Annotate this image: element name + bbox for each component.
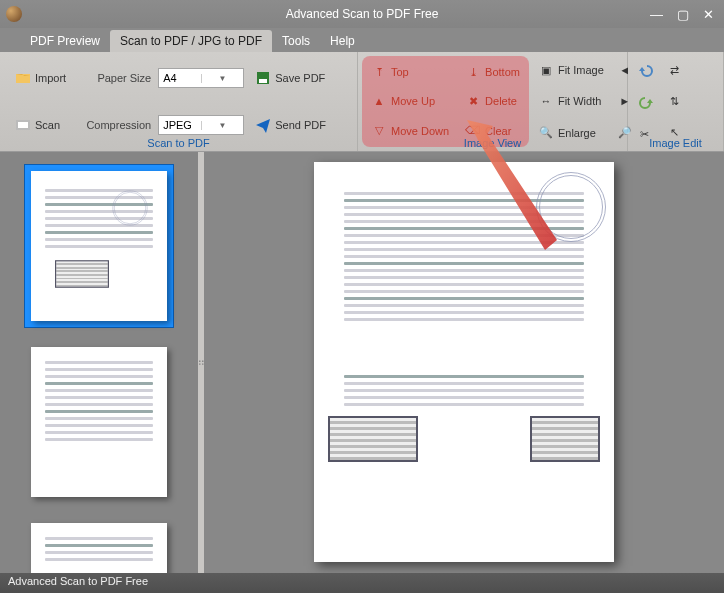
rotate-left-button[interactable] xyxy=(632,57,660,85)
title-bar: Advanced Scan to PDF Free — ▢ ✕ xyxy=(0,0,724,28)
tab-tools[interactable]: Tools xyxy=(272,30,320,52)
app-icon xyxy=(6,6,22,22)
paper-size-label: Paper Size xyxy=(77,72,155,84)
group-scan-to-pdf: Import Scan Paper Size A4▼ Compression J… xyxy=(0,52,358,151)
close-button[interactable]: ✕ xyxy=(703,7,714,22)
flip-h-icon: ⇄ xyxy=(666,62,682,78)
send-pdf-button[interactable]: Send PDF xyxy=(248,113,333,137)
save-icon xyxy=(255,70,271,86)
compression-combo[interactable]: JPEG▼ xyxy=(158,115,244,135)
flip-v-icon: ⇅ xyxy=(666,93,682,109)
group-image-edit: ✂ ⇄ ⇅ ↖ Image Edit xyxy=(628,52,724,151)
thumbnail-1[interactable] xyxy=(24,164,174,328)
fit-image-button[interactable]: ▣Fit Image xyxy=(531,58,611,82)
import-button[interactable]: Import xyxy=(8,66,73,90)
compression-label: Compression xyxy=(77,119,155,131)
menu-tabs: PDF Preview Scan to PDF / JPG to PDF Too… xyxy=(0,28,724,52)
preview-panel[interactable] xyxy=(204,152,724,573)
ribbon: Import Scan Paper Size A4▼ Compression J… xyxy=(0,52,724,152)
tab-pdf-preview[interactable]: PDF Preview xyxy=(20,30,110,52)
reorder-highlight: ⤒Top ▲Move Up ▽Move Down ⤓Bottom ✖Delete… xyxy=(362,56,529,147)
up-icon: ▲ xyxy=(371,93,387,109)
thumbnail-panel[interactable] xyxy=(0,152,198,573)
scan-button[interactable]: Scan xyxy=(8,113,73,137)
top-icon: ⤒ xyxy=(371,64,387,80)
scan-icon xyxy=(15,117,31,133)
svg-rect-0 xyxy=(16,74,30,83)
rotate-right-button[interactable] xyxy=(632,89,660,117)
minimize-button[interactable]: — xyxy=(650,7,663,22)
chevron-down-icon: ▼ xyxy=(201,121,244,130)
fit-width-button[interactable]: ↔Fit Width xyxy=(531,89,611,113)
flip-v-button[interactable]: ⇅ xyxy=(662,89,686,113)
top-button[interactable]: ⤒Top xyxy=(364,60,456,84)
tab-scan-to-pdf[interactable]: Scan to PDF / JPG to PDF xyxy=(110,30,272,52)
fit-width-icon: ↔ xyxy=(538,93,554,109)
status-bar: Advanced Scan to PDF Free xyxy=(0,573,724,593)
delete-button[interactable]: ✖Delete xyxy=(458,89,527,113)
save-pdf-button[interactable]: Save PDF xyxy=(248,66,333,90)
move-up-button[interactable]: ▲Move Up xyxy=(364,89,456,113)
group-edit-label: Image Edit xyxy=(628,137,723,149)
thumbnail-2[interactable] xyxy=(24,340,174,504)
fit-image-icon: ▣ xyxy=(538,62,554,78)
chevron-down-icon: ▼ xyxy=(201,74,244,83)
status-text: Advanced Scan to PDF Free xyxy=(8,575,148,587)
svg-rect-2 xyxy=(18,122,28,128)
group-scan-label: Scan to PDF xyxy=(0,137,357,149)
send-icon xyxy=(255,117,271,133)
flip-h-button[interactable]: ⇄ xyxy=(662,58,686,82)
delete-icon: ✖ xyxy=(465,93,481,109)
content-area xyxy=(0,152,724,573)
paper-size-combo[interactable]: A4▼ xyxy=(158,68,244,88)
page-preview xyxy=(314,162,614,562)
thumbnail-3[interactable] xyxy=(24,516,174,573)
import-icon xyxy=(15,70,31,86)
rotate-left-icon xyxy=(636,61,656,81)
app-title: Advanced Scan to PDF Free xyxy=(286,7,439,21)
tab-help[interactable]: Help xyxy=(320,30,365,52)
group-image-view: ⤒Top ▲Move Up ▽Move Down ⤓Bottom ✖Delete… xyxy=(358,52,628,151)
group-view-label: Image View xyxy=(358,137,627,149)
maximize-button[interactable]: ▢ xyxy=(677,7,689,22)
bottom-icon: ⤓ xyxy=(465,64,481,80)
rotate-right-icon xyxy=(636,93,656,113)
svg-rect-4 xyxy=(259,79,267,83)
bottom-button[interactable]: ⤓Bottom xyxy=(458,60,527,84)
